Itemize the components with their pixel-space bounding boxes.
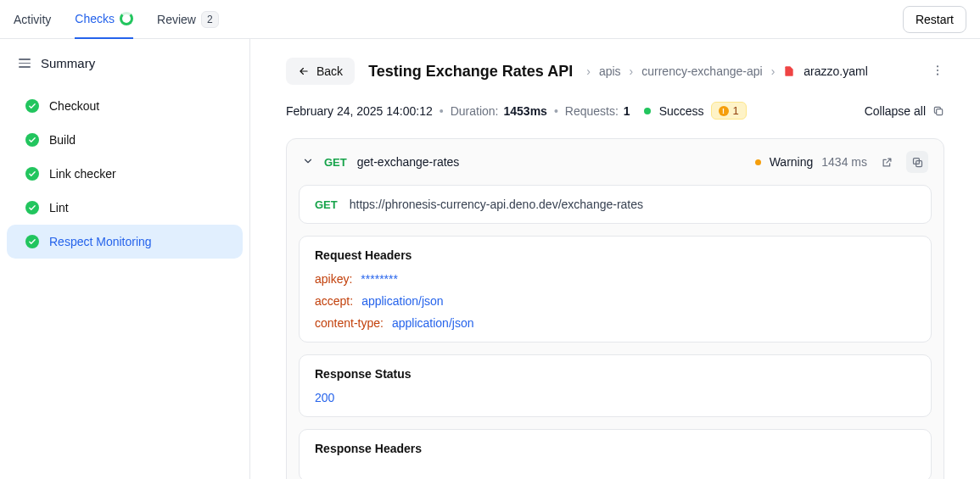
sidebar-item-label: Respect Monitoring: [49, 235, 152, 248]
duration-value: 1453ms: [504, 104, 547, 118]
breadcrumb: › apis › currency-exchange-api › arazzo.…: [586, 64, 868, 78]
request-headers-panel: Request Headers apikey: ******** accept:…: [299, 236, 932, 343]
copy-icon[interactable]: [906, 151, 928, 173]
sidebar-item-checkout[interactable]: Checkout: [7, 89, 243, 123]
header-key: content-type:: [315, 316, 384, 330]
sidebar-item-respect-monitoring[interactable]: Respect Monitoring: [7, 225, 243, 259]
header-row: apikey: ********: [315, 272, 916, 286]
request-duration: 1434 ms: [821, 155, 867, 169]
back-label: Back: [316, 64, 343, 78]
header-value: application/json: [361, 294, 444, 308]
tabs-group: Activity Checks Review 2: [14, 0, 219, 38]
requests-label: Requests:: [565, 104, 619, 118]
header-row: content-type: application/json: [315, 316, 916, 330]
svg-point-2: [937, 73, 938, 75]
back-button[interactable]: Back: [286, 58, 355, 85]
warning-badge: ! 1: [711, 102, 747, 120]
tab-label: Checks: [75, 12, 115, 25]
breadcrumb-separator: ›: [586, 64, 591, 78]
check-circle-icon: [25, 99, 39, 113]
summary-label: Summary: [41, 56, 95, 70]
requests-value: 1: [624, 104, 630, 118]
header-key: accept:: [315, 294, 353, 308]
sidebar-item-label: Checkout: [49, 99, 99, 113]
svg-point-1: [937, 69, 938, 70]
check-circle-icon: [25, 167, 39, 181]
url-method: GET: [315, 198, 338, 211]
request-url-panel: GET https://phronesis-currency-api.deno.…: [299, 185, 932, 224]
request-head-right: Warning 1434 ms: [755, 151, 928, 173]
tab-checks[interactable]: Checks: [75, 1, 133, 39]
collapse-icon: [932, 105, 944, 117]
breadcrumb-file[interactable]: arazzo.yaml: [804, 64, 867, 78]
section-title: Request Headers: [315, 248, 916, 262]
status-code: 200: [315, 391, 916, 404]
tab-review[interactable]: Review 2: [157, 0, 219, 38]
chevron-down-icon[interactable]: [302, 155, 314, 170]
file-icon: [783, 65, 795, 77]
status-text: Success: [659, 104, 704, 118]
summary-header[interactable]: Summary: [0, 47, 249, 86]
http-method: GET: [324, 156, 347, 169]
top-tab-bar: Activity Checks Review 2 Restart: [0, 0, 980, 39]
hamburger-icon: [19, 58, 31, 68]
check-circle-icon: [25, 201, 39, 214]
header-row: accept: application/json: [315, 294, 916, 308]
sidebar-item-label: Link checker: [49, 167, 116, 181]
svg-point-0: [937, 65, 938, 67]
page-title: Testing Exchange Rates API: [368, 63, 573, 81]
warning-count: 1: [733, 104, 739, 117]
check-circle-icon: [25, 235, 39, 248]
response-status-panel: Response Status 200: [299, 354, 932, 417]
sidebar-item-label: Lint: [49, 201, 69, 214]
breadcrumb-separator: ›: [630, 64, 634, 78]
breadcrumb-separator: ›: [771, 64, 776, 78]
kebab-menu-icon[interactable]: [931, 64, 944, 80]
restart-button[interactable]: Restart: [903, 6, 966, 33]
warning-dot-icon: !: [719, 106, 729, 116]
warning-label: Warning: [770, 155, 814, 169]
content-area[interactable]: Back Testing Exchange Rates API › apis ›…: [250, 39, 980, 479]
operation-name: get-exchange-rates: [357, 155, 460, 169]
header-value: ********: [361, 272, 398, 286]
request-card-header[interactable]: GET get-exchange-rates Warning 1434 ms: [287, 139, 944, 185]
section-title: Response Headers: [315, 442, 916, 455]
warning-dot-icon: [755, 159, 761, 165]
meta-row: February 24, 2025 14:00:12 • Duration: 1…: [286, 102, 944, 120]
duration-label: Duration:: [451, 104, 499, 118]
response-headers-panel: Response Headers: [299, 429, 932, 479]
timestamp: February 24, 2025 14:00:12: [286, 104, 433, 118]
review-count-badge: 2: [201, 11, 219, 28]
dot-separator: •: [438, 104, 445, 118]
sidebar-list: Checkout Build Link checker Lint Respect…: [0, 86, 249, 262]
external-link-icon[interactable]: [876, 151, 898, 173]
sidebar-item-label: Build: [49, 133, 76, 147]
spinner-icon: [120, 12, 133, 25]
sidebar-item-build[interactable]: Build: [7, 123, 243, 157]
header-key: apikey:: [315, 272, 352, 286]
tab-activity[interactable]: Activity: [14, 0, 51, 38]
dot-separator: •: [552, 104, 560, 118]
header-value: application/json: [392, 316, 474, 330]
breadcrumb-item[interactable]: currency-exchange-api: [641, 64, 762, 78]
tab-label: Activity: [14, 13, 51, 26]
sidebar: Summary Checkout Build Link checker Lint…: [0, 39, 250, 479]
request-url: https://phronesis-currency-api.deno.dev/…: [350, 198, 643, 211]
main-split: Summary Checkout Build Link checker Lint…: [0, 39, 980, 479]
collapse-all-label: Collapse all: [865, 104, 926, 118]
check-circle-icon: [25, 133, 39, 147]
section-title: Response Status: [315, 367, 916, 381]
sidebar-item-lint[interactable]: Lint: [7, 191, 243, 225]
svg-rect-4: [937, 109, 943, 114]
tab-label: Review: [157, 13, 196, 26]
request-card: GET get-exchange-rates Warning 1434 ms: [286, 138, 944, 479]
status-dot-icon: [644, 108, 651, 114]
breadcrumb-item[interactable]: apis: [599, 64, 621, 78]
collapse-all-button[interactable]: Collapse all: [865, 104, 944, 118]
content-header: Back Testing Exchange Rates API › apis ›…: [286, 58, 944, 85]
arrow-left-icon: [298, 65, 310, 77]
sidebar-item-link-checker[interactable]: Link checker: [7, 157, 243, 191]
